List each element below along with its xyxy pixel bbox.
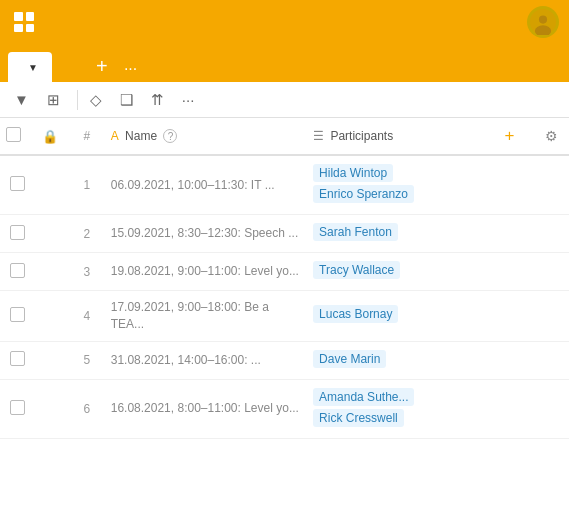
row-check-cell[interactable] bbox=[0, 379, 36, 438]
participant-chip[interactable]: Sarah Fenton bbox=[313, 223, 398, 241]
col-header-add[interactable]: + bbox=[486, 118, 534, 155]
select-all-checkbox[interactable] bbox=[6, 127, 21, 142]
row-settings-cell bbox=[533, 341, 569, 379]
toolbar: ▼ ⊞ ◇ ❑ ⇈ ··· bbox=[0, 82, 569, 118]
doc-button[interactable]: ❑ bbox=[114, 88, 139, 112]
row-settings-cell bbox=[533, 253, 569, 291]
row-num-cell: 4 bbox=[69, 291, 105, 342]
participant-chip[interactable]: Rick Cresswell bbox=[313, 409, 404, 427]
settings-icon[interactable]: ⚙ bbox=[545, 128, 558, 144]
grid-icon[interactable] bbox=[10, 8, 38, 36]
row-num-cell: 6 bbox=[69, 379, 105, 438]
row-date: 31.08.2021, 14:00–16:00: ... bbox=[111, 352, 301, 369]
table-row: 106.09.2021, 10:00–11:30: IT ...Hilda Wi… bbox=[0, 155, 569, 215]
user-avatar[interactable] bbox=[527, 6, 559, 38]
row-check-cell[interactable] bbox=[0, 253, 36, 291]
row-add-cell bbox=[486, 215, 534, 253]
more-options-button[interactable]: ··· bbox=[176, 88, 201, 111]
row-checkbox[interactable] bbox=[10, 400, 25, 415]
row-name-cell[interactable]: 19.08.2021, 9:00–11:00: Level yo... bbox=[105, 253, 307, 291]
row-checkbox[interactable] bbox=[10, 225, 25, 240]
participant-chip[interactable]: Amanda Suthe... bbox=[313, 388, 414, 406]
row-date: 15.09.2021, 8:30–12:30: Speech ... bbox=[111, 225, 301, 242]
row-checkbox[interactable] bbox=[10, 176, 25, 191]
row-add-cell bbox=[486, 379, 534, 438]
row-settings-cell bbox=[533, 291, 569, 342]
row-lock-cell bbox=[36, 291, 69, 342]
top-header bbox=[0, 0, 569, 44]
workshops-table: 🔒 # A Name ? ☰ Participants + ⚙ bbox=[0, 118, 569, 439]
table-row: 215.09.2021, 8:30–12:30: Speech ...Sarah… bbox=[0, 215, 569, 253]
row-settings-cell bbox=[533, 379, 569, 438]
more-icon: ··· bbox=[182, 91, 195, 108]
row-name-cell[interactable]: 17.09.2021, 9:00–18:00: Be a TEA... bbox=[105, 291, 307, 342]
tab-more-button[interactable]: ··· bbox=[124, 60, 137, 78]
row-num-cell: 2 bbox=[69, 215, 105, 253]
row-checkbox[interactable] bbox=[10, 351, 25, 366]
row-lock-cell bbox=[36, 341, 69, 379]
row-check-cell[interactable] bbox=[0, 341, 36, 379]
tab-chevron-icon: ▼ bbox=[28, 62, 38, 73]
row-participants-cell: Dave Marin bbox=[307, 341, 486, 379]
col-header-settings[interactable]: ⚙ bbox=[533, 118, 569, 155]
tag-button[interactable]: ◇ bbox=[84, 88, 108, 112]
row-name-cell[interactable]: 06.09.2021, 10:00–11:30: IT ... bbox=[105, 155, 307, 215]
row-lock-cell bbox=[36, 215, 69, 253]
row-lock-cell bbox=[36, 253, 69, 291]
filter-toggle[interactable]: ▼ bbox=[8, 88, 35, 111]
row-num-cell: 1 bbox=[69, 155, 105, 215]
add-column-icon[interactable]: + bbox=[504, 126, 514, 145]
view-all-button[interactable]: ⊞ bbox=[41, 88, 71, 112]
col-header-check[interactable] bbox=[0, 118, 36, 155]
row-participants-cell: Hilda WintopEnrico Speranzo bbox=[307, 155, 486, 215]
row-participants-cell: Sarah Fenton bbox=[307, 215, 486, 253]
participant-chip[interactable]: Tracy Wallace bbox=[313, 261, 400, 279]
tab-workshops[interactable]: ▼ bbox=[8, 52, 52, 82]
tab-participants[interactable] bbox=[56, 52, 84, 82]
row-participants-cell: Lucas Bornay bbox=[307, 291, 486, 342]
row-lock-cell bbox=[36, 155, 69, 215]
table-icon: ⊞ bbox=[47, 91, 60, 109]
table-row: 531.08.2021, 14:00–16:00: ...Dave Marin bbox=[0, 341, 569, 379]
col-header-participants[interactable]: ☰ Participants bbox=[307, 118, 486, 155]
row-name-cell[interactable]: 16.08.2021, 8:00–11:00: Level yo... bbox=[105, 379, 307, 438]
name-help-icon[interactable]: ? bbox=[163, 129, 177, 143]
row-lock-cell bbox=[36, 379, 69, 438]
row-checkbox[interactable] bbox=[10, 263, 25, 278]
row-check-cell[interactable] bbox=[0, 215, 36, 253]
svg-point-1 bbox=[539, 16, 547, 24]
row-checkbox[interactable] bbox=[10, 307, 25, 322]
name-col-icon: A bbox=[111, 129, 119, 143]
row-num-cell: 5 bbox=[69, 341, 105, 379]
tag-icon: ◇ bbox=[90, 91, 102, 109]
row-num-cell: 3 bbox=[69, 253, 105, 291]
participant-chip[interactable]: Dave Marin bbox=[313, 350, 386, 368]
row-name-cell[interactable]: 15.09.2021, 8:30–12:30: Speech ... bbox=[105, 215, 307, 253]
row-settings-cell bbox=[533, 155, 569, 215]
toolbar-divider-1 bbox=[77, 90, 78, 110]
share-icon: ⇈ bbox=[151, 91, 164, 109]
table-row: 616.08.2021, 8:00–11:00: Level yo...Aman… bbox=[0, 379, 569, 438]
col-name-label: Name bbox=[125, 129, 157, 143]
table-body: 106.09.2021, 10:00–11:30: IT ...Hilda Wi… bbox=[0, 155, 569, 438]
doc-icon: ❑ bbox=[120, 91, 133, 109]
table-header-row: 🔒 # A Name ? ☰ Participants + ⚙ bbox=[0, 118, 569, 155]
col-header-num: # bbox=[69, 118, 105, 155]
share-button[interactable]: ⇈ bbox=[145, 88, 170, 112]
add-tab-button[interactable]: + bbox=[88, 52, 116, 80]
row-check-cell[interactable] bbox=[0, 291, 36, 342]
participant-chip[interactable]: Lucas Bornay bbox=[313, 305, 398, 323]
header-left bbox=[10, 8, 38, 36]
row-date: 19.08.2021, 9:00–11:00: Level yo... bbox=[111, 263, 301, 280]
participants-col-icon: ☰ bbox=[313, 129, 324, 143]
more-dots-icon: ··· bbox=[124, 60, 137, 78]
participant-chip[interactable]: Enrico Speranzo bbox=[313, 185, 414, 203]
row-date: 16.08.2021, 8:00–11:00: Level yo... bbox=[111, 400, 301, 417]
col-header-name[interactable]: A Name ? bbox=[105, 118, 307, 155]
row-add-cell bbox=[486, 341, 534, 379]
participant-chip[interactable]: Hilda Wintop bbox=[313, 164, 393, 182]
row-check-cell[interactable] bbox=[0, 155, 36, 215]
table-row: 417.09.2021, 9:00–18:00: Be a TEA...Luca… bbox=[0, 291, 569, 342]
row-name-cell[interactable]: 31.08.2021, 14:00–16:00: ... bbox=[105, 341, 307, 379]
row-date: 06.09.2021, 10:00–11:30: IT ... bbox=[111, 177, 301, 194]
